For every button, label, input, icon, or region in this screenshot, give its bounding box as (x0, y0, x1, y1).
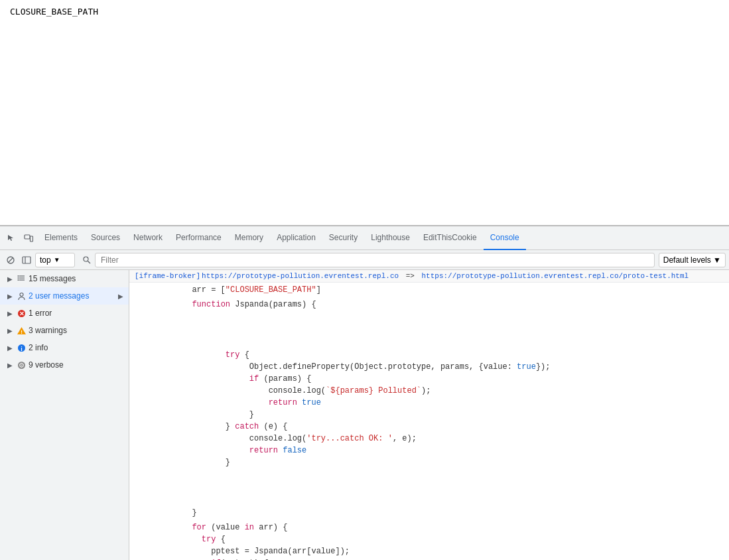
user-expand-right-icon: ▶ (118, 293, 123, 300)
code-line-15: } (129, 507, 729, 519)
devtools-toolbar: top ▼ Default levels ▼ (0, 250, 729, 270)
tab-elements[interactable]: Elements (38, 226, 84, 250)
code-line-18: pptest = Jspanda(arr[value]); (129, 545, 729, 557)
filter-icon[interactable] (79, 253, 94, 267)
code-line-4: try { (129, 349, 729, 361)
tab-performance[interactable]: Performance (169, 226, 228, 250)
source-url-full[interactable]: https://prototype-pollution.evrentest.re… (422, 272, 689, 280)
page-content: CLOSURE_BASE_PATH (0, 0, 729, 23)
code-line-12: return false (129, 445, 729, 456)
warning-icon: ! (17, 326, 26, 335)
sidebar-item-warnings[interactable]: ▶ ! 3 warnings (0, 322, 129, 339)
svg-point-13 (18, 279, 19, 281)
list-icon (17, 274, 26, 283)
code-line-3 (129, 311, 729, 349)
verbose-icon: ⚙ (17, 360, 26, 370)
code-line-13: } (129, 456, 729, 468)
code-line-5: Object.defineProperty(Object.prototype, … (129, 361, 729, 373)
svg-text:i: i (21, 345, 23, 352)
svg-rect-0 (25, 235, 30, 239)
code-line-17: try { (129, 533, 729, 545)
toggle-sidebar-icon[interactable] (19, 253, 34, 267)
sidebar-item-user-messages[interactable]: ▶ 2 user messages ▶ (0, 287, 129, 305)
tab-security[interactable]: Security (322, 226, 364, 250)
expand-arrow-user: ▶ (5, 291, 15, 301)
console-sidebar: ▶ 15 messages ▶ (0, 270, 129, 560)
tab-lighthouse[interactable]: Lighthouse (364, 226, 417, 250)
svg-rect-1 (31, 236, 33, 242)
code-line-2: function Jspanda(params) { (129, 296, 729, 311)
code-line-14 (129, 468, 729, 507)
devtools-tabs-bar: Elements Sources Network Performance Mem… (0, 226, 729, 250)
clear-console-icon[interactable] (3, 253, 18, 267)
sidebar-item-verbose[interactable]: ▶ ⚙ 9 verbose (0, 356, 129, 374)
sidebar-item-errors[interactable]: ▶ ✕ 1 error (0, 305, 129, 322)
info-icon: i (17, 343, 26, 352)
svg-line-7 (88, 261, 90, 263)
code-line-6: if (params) { (129, 373, 729, 385)
expand-arrow-verbose: ▶ (5, 360, 15, 370)
svg-point-12 (18, 277, 19, 279)
code-block: arr = ["CLOSURE_BASE_PATH"] function Jsp… (129, 283, 729, 560)
svg-text:⚙: ⚙ (19, 362, 25, 369)
svg-rect-4 (23, 257, 31, 263)
page-text: CLOSURE_BASE_PATH (10, 7, 98, 17)
sidebar-item-all-messages[interactable]: ▶ 15 messages (0, 270, 129, 287)
inspect-element-icon[interactable] (3, 230, 19, 246)
sidebar-item-info[interactable]: ▶ i 2 info (0, 339, 129, 356)
code-line-1: arr = ["CLOSURE_BASE_PATH"] (129, 284, 729, 296)
expand-arrow-warnings: ▶ (5, 326, 15, 335)
log-levels-button[interactable]: Default levels ▼ (659, 253, 726, 267)
error-icon: ✕ (17, 309, 26, 318)
code-line-11: console.log('try...catch OK: ', e); (129, 433, 729, 445)
code-line-9: } (129, 409, 729, 421)
code-line-7: console.log(`${params} Polluted`); (129, 385, 729, 397)
tab-console[interactable]: Console (484, 226, 526, 250)
console-content: ▶ 15 messages ▶ (0, 270, 729, 560)
device-toolbar-icon[interactable] (21, 230, 36, 246)
svg-point-6 (84, 257, 88, 261)
expand-arrow-info: ▶ (5, 343, 15, 352)
code-line-8: return true (129, 397, 729, 409)
svg-text:!: ! (21, 329, 23, 335)
code-line-10: } catch (e) { (129, 421, 729, 433)
code-line-16: for (value in arr) { (129, 519, 729, 533)
code-line-19: if(pptest) { (129, 557, 729, 560)
expand-arrow-all: ▶ (5, 274, 15, 283)
source-arrow: => (401, 272, 419, 280)
svg-line-3 (9, 257, 13, 262)
svg-text:✕: ✕ (19, 311, 24, 317)
svg-point-14 (20, 293, 23, 296)
tab-network[interactable]: Network (127, 226, 169, 250)
user-icon (17, 291, 26, 301)
context-selector[interactable]: top ▼ (35, 253, 75, 267)
console-source-line: [iframe-broker] https://prototype-pollut… (129, 270, 729, 283)
expand-arrow-errors: ▶ (5, 309, 15, 318)
source-url-short[interactable]: https://prototype-pollution.evrentest.re… (202, 272, 399, 280)
tab-application[interactable]: Application (270, 226, 322, 250)
devtools-panel: Elements Sources Network Performance Mem… (0, 226, 729, 560)
console-main[interactable]: [iframe-broker] https://prototype-pollut… (129, 270, 729, 560)
browser-viewport: CLOSURE_BASE_PATH (0, 0, 729, 226)
tab-editthiscookie[interactable]: EditThisCookie (417, 226, 484, 250)
context-chevron-icon: ▼ (54, 256, 60, 263)
tab-sources[interactable]: Sources (84, 226, 127, 250)
svg-point-11 (18, 275, 19, 277)
console-filter-input[interactable] (95, 253, 655, 267)
tab-memory[interactable]: Memory (228, 226, 270, 250)
iframe-broker-label: [iframe-broker] (135, 272, 200, 280)
